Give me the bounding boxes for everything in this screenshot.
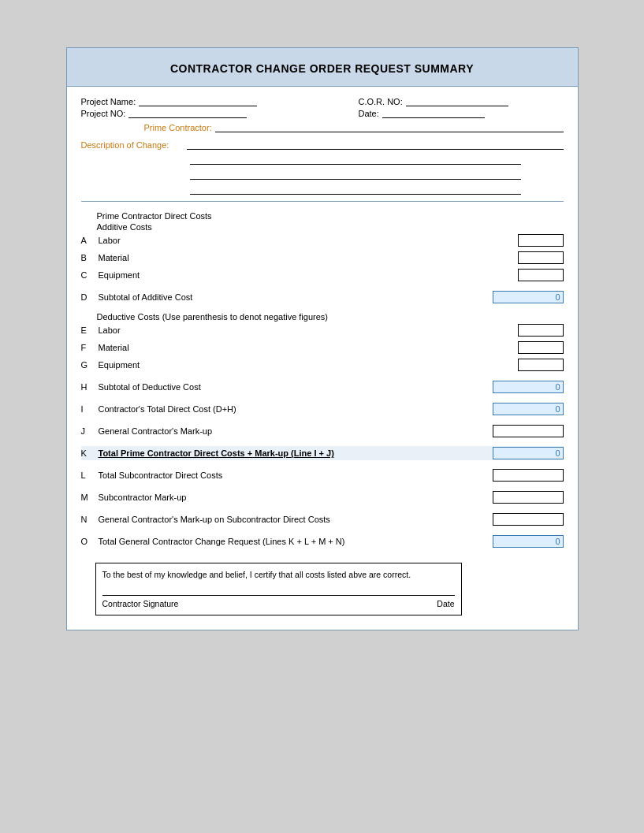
letter-b: B [81, 253, 99, 262]
additive-costs-label: Additive Costs [81, 222, 564, 232]
form-body: Project Name: Project NO: C.O.R. NO: Dat… [67, 87, 578, 630]
input-i[interactable]: 0 [493, 403, 564, 415]
label-n: General Contractor's Mark-up on Subcontr… [99, 515, 493, 524]
letter-i: I [81, 404, 99, 414]
label-e: Labor [99, 325, 518, 335]
label-c: Equipment [99, 270, 518, 280]
letter-a: A [81, 236, 99, 245]
input-k[interactable]: 0 [493, 447, 564, 459]
cert-text: To the best of my knowledge and belief, … [102, 570, 455, 579]
cor-no-label: C.O.R. NO: [359, 97, 403, 106]
label-j: General Contractor's Mark-up [99, 426, 493, 436]
input-g[interactable] [518, 359, 564, 371]
input-a[interactable] [518, 234, 564, 247]
row-c: C Equipment [81, 268, 564, 282]
letter-d: D [81, 292, 99, 302]
prime-direct-label: Prime Contractor Direct Costs [81, 211, 564, 221]
value-h: 0 [555, 382, 560, 392]
prime-contractor-label: Prime Contractor: [144, 123, 212, 132]
letter-n: N [81, 515, 99, 524]
cert-date-label: Date [437, 599, 454, 608]
row-b: B Material [81, 251, 564, 265]
letter-f: F [81, 343, 99, 352]
label-k: Total Prime Contractor Direct Costs + Ma… [99, 448, 493, 458]
project-info-left: Project Name: Project NO: [81, 96, 359, 120]
letter-g: G [81, 360, 99, 370]
input-n[interactable] [493, 513, 564, 526]
desc-line-1 [190, 152, 521, 165]
letter-m: M [81, 493, 99, 502]
label-h: Subtotal of Deductive Cost [99, 382, 493, 392]
row-d: D Subtotal of Additive Cost 0 [81, 290, 564, 304]
project-name-input[interactable] [139, 96, 257, 106]
row-k: K Total Prime Contractor Direct Costs + … [81, 446, 564, 460]
row-i: I Contractor's Total Direct Cost (D+H) 0 [81, 402, 564, 416]
date-input[interactable] [382, 108, 485, 118]
date-label: Date: [359, 109, 379, 118]
letter-h: H [81, 382, 99, 392]
input-j[interactable] [493, 425, 564, 437]
form-container: CONTRACTOR CHANGE ORDER REQUEST SUMMARY … [66, 47, 579, 630]
input-m[interactable] [493, 491, 564, 504]
section-divider-1 [81, 201, 564, 202]
letter-j: J [81, 426, 99, 436]
value-i: 0 [555, 404, 560, 414]
project-no-input[interactable] [128, 108, 247, 118]
letter-l: L [81, 470, 99, 480]
row-f: F Material [81, 340, 564, 355]
project-cor-row: Project Name: Project NO: C.O.R. NO: Dat… [81, 96, 564, 120]
input-d[interactable]: 0 [493, 291, 564, 303]
cor-no-row: C.O.R. NO: [359, 96, 508, 106]
row-a: A Labor [81, 233, 564, 247]
project-name-row: Project Name: [81, 96, 359, 106]
label-i: Contractor's Total Direct Cost (D+H) [99, 404, 493, 414]
letter-o: O [81, 537, 99, 546]
letter-c: C [81, 270, 99, 280]
desc-line-3 [190, 182, 521, 195]
label-d: Subtotal of Additive Cost [99, 292, 493, 302]
row-e: E Labor [81, 323, 564, 337]
date-row: Date: [359, 108, 485, 118]
label-g: Equipment [99, 360, 518, 370]
value-o: 0 [555, 537, 560, 546]
row-j: J General Contractor's Mark-up [81, 424, 564, 438]
input-h[interactable]: 0 [493, 381, 564, 393]
row-l: L Total Subcontractor Direct Costs [81, 468, 564, 482]
project-info-right: C.O.R. NO: Date: [359, 96, 564, 120]
certification-box: To the best of my knowledge and belief, … [95, 563, 462, 615]
label-m: Subcontractor Mark-up [99, 493, 493, 502]
cert-sig-row: Contractor Signature Date [102, 595, 455, 608]
label-f: Material [99, 343, 518, 352]
input-o[interactable]: 0 [493, 535, 564, 548]
deductive-header-label: Deductive Costs (Use parenthesis to deno… [81, 312, 564, 322]
input-l[interactable] [493, 469, 564, 482]
row-o: O Total General Contractor Change Reques… [81, 534, 564, 549]
prime-contractor-row: Prime Contractor: [81, 122, 564, 132]
label-b: Material [99, 253, 518, 262]
project-no-label: Project NO: [81, 109, 126, 118]
description-lines [190, 152, 564, 195]
input-e[interactable] [518, 324, 564, 337]
cor-no-input[interactable] [406, 96, 508, 106]
description-label: Description of Change: [81, 140, 184, 150]
letter-e: E [81, 325, 99, 335]
project-name-label: Project Name: [81, 97, 136, 106]
description-header-row: Description of Change: [81, 137, 564, 150]
label-a: Labor [99, 236, 518, 245]
label-o: Total General Contractor Change Request … [99, 537, 493, 546]
row-h: H Subtotal of Deductive Cost 0 [81, 380, 564, 394]
contractor-signature-label: Contractor Signature [102, 599, 406, 608]
input-f[interactable] [518, 341, 564, 354]
value-d: 0 [555, 292, 560, 302]
row-n: N General Contractor's Mark-up on Subcon… [81, 512, 564, 526]
desc-line-2 [190, 167, 521, 180]
row-m: M Subcontractor Mark-up [81, 490, 564, 504]
input-c[interactable] [518, 269, 564, 281]
value-k: 0 [555, 448, 560, 458]
form-header: CONTRACTOR CHANGE ORDER REQUEST SUMMARY [67, 48, 578, 87]
costs-section: Prime Contractor Direct Costs Additive C… [81, 208, 564, 555]
input-b[interactable] [518, 251, 564, 264]
prime-contractor-input[interactable] [215, 122, 564, 132]
project-no-row: Project NO: [81, 108, 359, 118]
form-title: CONTRACTOR CHANGE ORDER REQUEST SUMMARY [75, 62, 570, 75]
